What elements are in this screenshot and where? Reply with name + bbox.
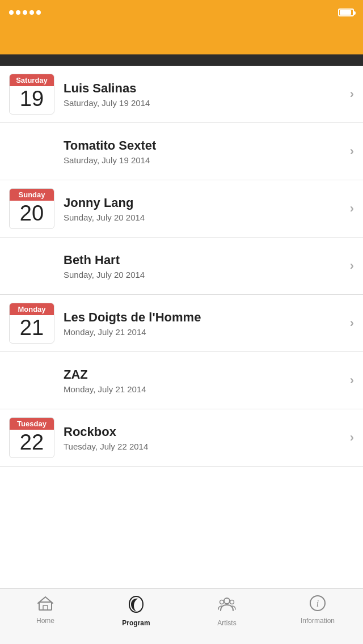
program-list: Saturday 19 Luis Salinas Saturday, July … [0,66,363,467]
item-subtitle: Sunday, July 20 2014 [64,213,345,222]
day-label: Saturday [10,74,54,86]
day-label: Tuesday [10,418,54,430]
day-number: 21 [20,316,44,340]
tab-program[interactable]: Program [91,595,182,627]
chevron-icon: › [350,87,354,101]
tab-information-label: Information [301,617,335,625]
program-icon [126,595,146,617]
battery-icon [338,9,354,16]
tab-artists[interactable]: Artists [182,595,272,627]
list-item[interactable]: Beth Hart Sunday, July 20 2014 › [0,238,363,295]
item-subtitle: Tuesday, July 22 2014 [64,442,345,451]
item-title: Jonny Lang [64,196,345,210]
item-subtitle: Monday, July 21 2014 [64,327,345,337]
svg-text:i: i [316,599,319,608]
item-title: Rockbox [64,425,345,439]
item-title: ZAZ [64,367,345,382]
information-icon: i [309,595,326,615]
chevron-icon: › [350,144,354,159]
date-badge: Sunday 20 [9,188,54,229]
item-title: Les Doigts de l'Homme [64,310,345,325]
svg-rect-1 [43,605,48,610]
tab-program-label: Program [122,619,150,627]
svg-rect-0 [39,602,52,610]
item-info: Luis Salinas Saturday, July 19 2014 [64,81,345,108]
chevron-icon: › [350,316,354,331]
day-number: 22 [20,431,44,455]
content-area: Saturday 19 Luis Salinas Saturday, July … [0,54,363,588]
item-title: Tomatito Sextet [64,138,345,153]
date-badge-spacer [9,245,54,286]
list-item[interactable]: Saturday 19 Luis Salinas Saturday, July … [0,66,363,123]
item-subtitle: Saturday, July 19 2014 [64,98,345,108]
item-info: Rockbox Tuesday, July 22 2014 [64,425,345,451]
tab-home-label: Home [36,617,54,625]
nav-bar [0,25,363,54]
item-title: Beth Hart [64,253,345,268]
item-subtitle: Sunday, July 20 2014 [64,270,345,279]
date-badge-spacer [9,131,54,172]
item-info: ZAZ Monday, July 21 2014 [64,367,345,394]
svg-point-4 [230,600,234,604]
date-badge: Saturday 19 [9,74,54,115]
chevron-icon: › [350,201,354,216]
tab-bar: Home Program Artists i [0,588,363,644]
list-item[interactable]: Sunday 20 Jonny Lang Sunday, July 20 201… [0,180,363,238]
item-subtitle: Monday, July 21 2014 [64,384,345,394]
date-badge: Monday 21 [9,303,54,344]
list-item[interactable]: Monday 21 Les Doigts de l'Homme Monday, … [0,295,363,352]
day-number: 20 [20,202,44,226]
item-title: Luis Salinas [64,81,345,96]
list-item[interactable]: Tomatito Sextet Saturday, July 19 2014 › [0,123,363,180]
tab-artists-label: Artists [217,619,236,627]
item-info: Les Doigts de l'Homme Monday, July 21 20… [64,310,345,337]
item-info: Beth Hart Sunday, July 20 2014 [64,253,345,279]
day-label: Monday [10,303,54,315]
date-badge-spacer [9,360,54,401]
artists-icon [217,595,237,617]
svg-point-2 [224,598,230,604]
status-bar-left [9,10,44,15]
item-info: Tomatito Sextet Saturday, July 19 2014 [64,138,345,165]
svg-point-3 [220,600,224,604]
day-number: 19 [20,87,44,111]
section-header [0,54,363,66]
item-subtitle: Saturday, July 19 2014 [64,155,345,165]
date-badge: Tuesday 22 [9,417,54,458]
chevron-icon: › [350,430,354,445]
home-icon [37,595,54,615]
tab-information[interactable]: i Information [272,595,363,625]
list-item[interactable]: ZAZ Monday, July 21 2014 › [0,352,363,409]
chevron-icon: › [350,373,354,388]
signal-dots [9,10,41,15]
chevron-icon: › [350,259,354,273]
status-bar [0,0,363,25]
item-info: Jonny Lang Sunday, July 20 2014 [64,196,345,222]
tab-home[interactable]: Home [0,595,91,625]
day-label: Sunday [10,189,54,201]
list-item[interactable]: Tuesday 22 Rockbox Tuesday, July 22 2014… [0,409,363,467]
